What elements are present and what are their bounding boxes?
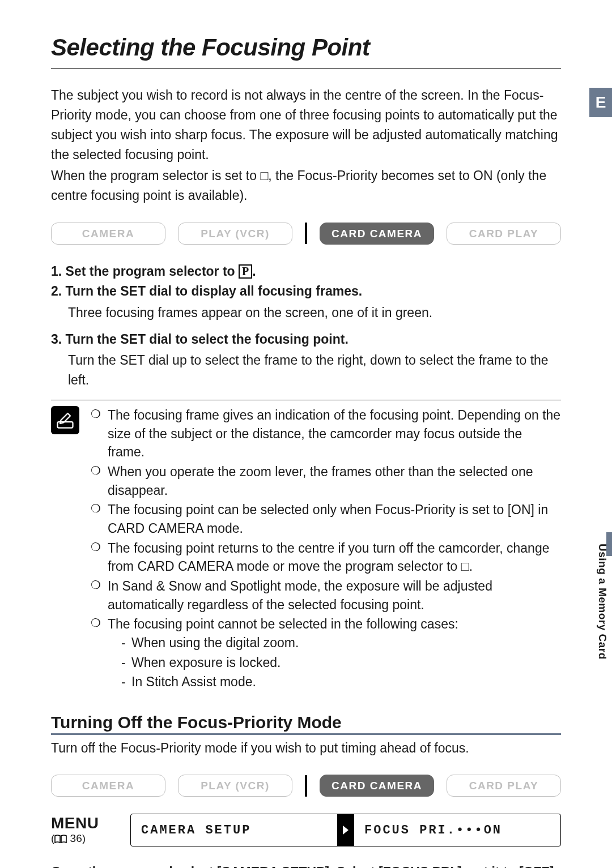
final-instruction: Open the menu and select [CAMERA SETUP].… xyxy=(51,862,561,868)
step-heading: 3. Turn the SET dial to select the focus… xyxy=(51,330,561,350)
notes-block: The focusing frame gives an indication o… xyxy=(51,400,561,692)
notes-list: The focusing frame gives an indication o… xyxy=(91,406,561,692)
note-item: The focusing point returns to the centre… xyxy=(91,539,561,576)
menu-label-block: MENU ( 36) xyxy=(51,814,119,846)
menu-path-left: CAMERA SETUP xyxy=(131,814,337,846)
pencil-note-icon xyxy=(55,410,75,430)
step-body: Turn the SET dial up to select the frame… xyxy=(68,350,561,390)
mode-row: CAMERA PLAY (VCR) CARD CAMERA CARD PLAY xyxy=(51,223,561,245)
mode-card-play: CARD PLAY xyxy=(447,775,561,797)
mode-card-camera: CARD CAMERA xyxy=(320,223,434,245)
note-item: The focusing point can be selected only … xyxy=(91,501,561,537)
menu-word: MENU xyxy=(51,814,119,832)
note-item: The focusing point cannot be selected in… xyxy=(91,615,561,691)
book-icon xyxy=(54,834,67,846)
mode-card-camera: CARD CAMERA xyxy=(320,775,434,797)
intro-paragraph: When the program selector is set to □, t… xyxy=(51,166,561,206)
language-tab: E xyxy=(589,88,612,117)
mode-camera: CAMERA xyxy=(51,223,165,245)
subsection-rule xyxy=(51,733,561,735)
section-side-label: Using a Memory Card xyxy=(590,544,609,691)
note-sublist: When using the digital zoom. When exposu… xyxy=(108,634,561,691)
note-subitem: When exposure is locked. xyxy=(121,653,561,672)
note-subitem: In Stitch Assist mode. xyxy=(121,673,561,691)
mode-camera: CAMERA xyxy=(51,775,165,797)
note-subitem: When using the digital zoom. xyxy=(121,634,561,652)
step-heading: 2. Turn the SET dial to display all focu… xyxy=(51,281,561,302)
menu-path-box: CAMERA SETUP FOCUS PRI.•••ON xyxy=(130,814,561,846)
steps-block: 1. Set the program selector to P. 2. Tur… xyxy=(51,262,561,390)
note-item: When you operate the zoom lever, the fra… xyxy=(91,463,561,499)
step-text: . xyxy=(252,264,256,279)
p-mode-icon: P xyxy=(239,264,252,279)
menu-arrow-icon xyxy=(337,814,354,846)
svg-marker-1 xyxy=(343,826,348,835)
note-text: The focusing point cannot be selected in… xyxy=(108,617,458,631)
step-body: Three focusing frames appear on the scre… xyxy=(68,303,561,323)
intro-block: The subject you wish to record is not al… xyxy=(51,85,561,206)
mode-play-vcr: PLAY (VCR) xyxy=(178,775,292,797)
note-icon xyxy=(51,406,79,434)
mode-separator-icon xyxy=(305,775,307,797)
intro-paragraph: The subject you wish to record is not al… xyxy=(51,85,561,165)
mode-row: CAMERA PLAY (VCR) CARD CAMERA CARD PLAY xyxy=(51,775,561,797)
mode-play-vcr: PLAY (VCR) xyxy=(178,223,292,245)
page-title: Selecting the Focusing Point xyxy=(51,34,561,61)
mode-card-play: CARD PLAY xyxy=(447,223,561,245)
note-item: The focusing frame gives an indication o… xyxy=(91,406,561,461)
menu-path-right: FOCUS PRI.•••ON xyxy=(354,814,560,846)
menu-page-ref: ( 36) xyxy=(51,832,119,846)
menu-ref-page: 36 xyxy=(70,832,82,844)
subsection-intro: Turn off the Focus-Priority mode if you … xyxy=(51,738,561,758)
menu-row: MENU ( 36) CAMERA SETUP FOCUS PRI.•••ON xyxy=(51,814,561,846)
step-text: 1. Set the program selector to xyxy=(51,264,239,279)
title-rule xyxy=(51,68,561,69)
note-item: In Sand & Snow and Spotlight mode, the e… xyxy=(91,577,561,614)
step-heading: 1. Set the program selector to P. xyxy=(51,262,561,282)
manual-page: E Using a Memory Card Selecting the Focu… xyxy=(0,0,612,868)
subsection-heading: Turning Off the Focus-Priority Mode xyxy=(51,713,561,732)
mode-separator-icon xyxy=(305,223,307,244)
